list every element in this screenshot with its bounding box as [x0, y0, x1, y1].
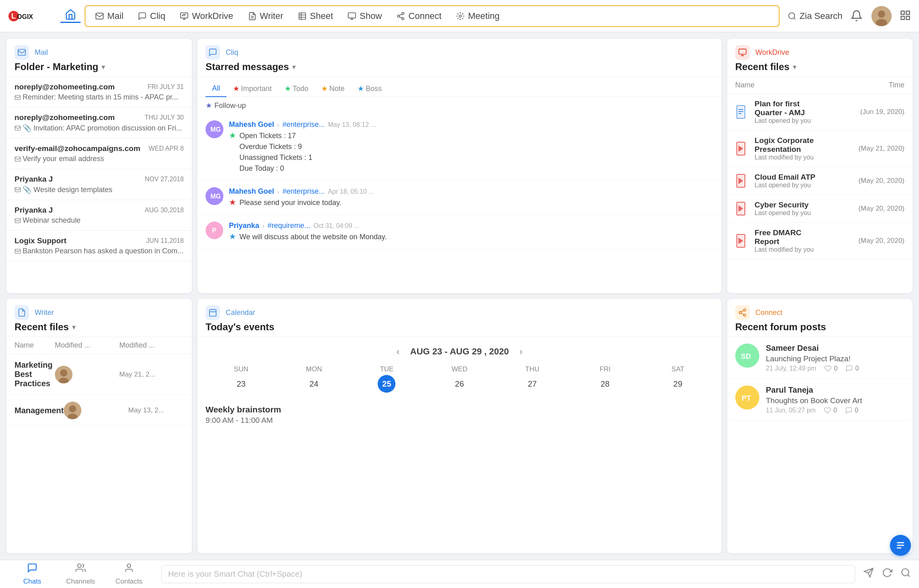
nav-app-meeting[interactable]: Meeting — [449, 8, 506, 25]
svg-text:PT: PT — [742, 394, 751, 402]
apps-grid-icon[interactable] — [900, 10, 911, 23]
cliq-title-chevron: ▾ — [292, 63, 295, 71]
nav-app-connect[interactable]: Connect — [390, 8, 448, 25]
svg-point-60 — [744, 309, 746, 311]
svg-point-54 — [69, 405, 76, 412]
svg-rect-37 — [739, 49, 746, 54]
cliq-message-item[interactable]: MG Mahesh Goel › #enterprise... Apr 18, … — [198, 181, 721, 215]
calendar-day-sat[interactable]: SAT 29 — [642, 365, 713, 393]
cliq-panel-header: Cliq Starred messages ▾ — [198, 39, 721, 77]
cliq-filter-followup[interactable]: ★ Follow-up — [198, 97, 721, 114]
svg-text:MG: MG — [210, 193, 221, 200]
svg-text:SD: SD — [741, 352, 751, 360]
notification-bell[interactable] — [850, 10, 863, 23]
mail-item[interactable]: Logix Support JUN 11,2018 Bankston Pears… — [6, 231, 192, 261]
home-nav-item[interactable] — [60, 9, 81, 23]
svg-line-76 — [908, 575, 910, 577]
zia-search[interactable]: Zia Search — [788, 11, 842, 21]
workdrive-file-item[interactable]: Cyber SecurityLast opened by you (May 20… — [727, 195, 913, 223]
workdrive-file-item[interactable]: Plan for first Quarter - AMJLast opened … — [727, 94, 913, 130]
svg-rect-8 — [348, 12, 356, 18]
cliq-panel-title[interactable]: Starred messages ▾ — [206, 61, 713, 72]
cliq-tab-todo[interactable]: ★ Todo — [278, 81, 315, 97]
svg-line-13 — [399, 14, 402, 15]
contacts-icon — [124, 563, 134, 576]
top-navigation: L OGIX Mail Cliq — [0, 0, 919, 32]
mail-panel-header: Mail Folder - Marketing ▾ — [6, 39, 192, 77]
file-modifier-avatar — [64, 402, 81, 419]
calendar-event-item[interactable]: Weekly brainstorm 9:00 AM - 11:00 AM — [198, 400, 721, 430]
mail-item[interactable]: Priyanka J AUG 30,2018 Webinar schedule — [6, 200, 192, 231]
mail-app-label: Mail — [35, 48, 48, 57]
svg-rect-26 — [15, 126, 20, 130]
cliq-message-item[interactable]: MG Mahesh Goel › #enterprise... May 13, … — [198, 114, 721, 181]
nav-app-sheet[interactable]: Sheet — [291, 8, 340, 25]
nav-app-mail[interactable]: Mail — [89, 8, 130, 25]
calendar-app-label: Calendar — [226, 308, 255, 317]
nav-app-show[interactable]: Show — [341, 8, 388, 25]
post-author-avatar: SD — [735, 344, 759, 368]
writer-panel: Writer Recent files ▾ Name Modified ... … — [6, 299, 192, 553]
user-avatar[interactable] — [871, 6, 892, 26]
calendar-day-wed[interactable]: WED 26 — [424, 365, 495, 393]
cliq-message-item[interactable]: P Priyanka › #requireme... Oct 31, 04:09… — [198, 215, 721, 249]
search-bottom-icon[interactable] — [900, 567, 911, 581]
apps-navigation-bar: Mail Cliq WorkDrive — [85, 5, 780, 27]
workdrive-file-item[interactable]: Free DMARC ReportLast modified by you (M… — [727, 223, 913, 259]
writer-app-icon-wrap — [15, 305, 29, 320]
bottom-tab-chats[interactable]: Chats — [8, 559, 56, 588]
svg-point-62 — [744, 314, 746, 317]
svg-point-61 — [739, 311, 742, 314]
calendar-day-thu[interactable]: THU 27 — [497, 365, 568, 393]
refresh-icon[interactable] — [882, 567, 892, 581]
connect-post-item[interactable]: SD Sameer Desai Launching Project Plaza!… — [727, 337, 913, 379]
calendar-panel: Calendar Today's events ‹ AUG 23 - AUG 2… — [198, 299, 721, 553]
cliq-panel: Cliq Starred messages ▾ All ★ Important … — [198, 39, 721, 293]
svg-line-16 — [794, 18, 795, 19]
svg-rect-25 — [15, 95, 20, 99]
bottom-tab-contacts[interactable]: Contacts — [105, 559, 153, 588]
sender-avatar: MG — [206, 187, 223, 205]
message-forward-icon[interactable] — [863, 567, 874, 581]
connect-post-item[interactable]: PT Parul Taneja Thoughts on Book Cover A… — [727, 379, 913, 421]
nav-app-writer[interactable]: Writer — [241, 8, 290, 25]
writer-panel-header: Writer Recent files ▾ — [6, 299, 192, 337]
bottom-tab-channels[interactable]: Channels — [56, 559, 105, 588]
mail-item[interactable]: noreply@zohomeeting.com FRI JULY 31 Remi… — [6, 77, 192, 108]
cliq-tab-note[interactable]: ★ Note — [315, 81, 351, 97]
svg-rect-30 — [15, 249, 20, 253]
svg-text:MG: MG — [210, 126, 221, 133]
cliq-tab-boss[interactable]: ★ Boss — [351, 81, 388, 97]
calendar-prev-button[interactable]: ‹ — [393, 344, 404, 359]
mail-item[interactable]: noreply@zohomeeting.com THU JULY 30 📎 In… — [6, 108, 192, 139]
workdrive-panel-header: WorkDrive Recent files ▾ — [727, 39, 913, 77]
cliq-tab-all[interactable]: All — [206, 81, 227, 97]
nav-app-workdrive[interactable]: WorkDrive — [173, 8, 239, 25]
workdrive-panel-title[interactable]: Recent files ▾ — [735, 61, 904, 72]
workdrive-file-item[interactable]: Logix Corporate PresentationLast modifie… — [727, 130, 913, 167]
calendar-day-mon[interactable]: MON 24 — [279, 365, 350, 393]
connect-panel-title: Recent forum posts — [735, 321, 904, 333]
writer-panel-title[interactable]: Recent files ▾ — [15, 321, 184, 333]
calendar-next-button[interactable]: › — [515, 344, 526, 359]
writer-file-item[interactable]: Marketing Best Practices May 21, 2... — [6, 354, 192, 395]
mail-panel-title[interactable]: Folder - Marketing ▾ — [15, 61, 184, 72]
logo[interactable]: L OGIX — [8, 8, 48, 24]
floating-chat-button[interactable] — [890, 535, 911, 553]
calendar-panel-title: Today's events — [206, 321, 713, 333]
svg-point-72 — [77, 564, 81, 567]
cliq-app-icon-wrap — [206, 45, 220, 60]
calendar-day-sun[interactable]: SUN 23 — [206, 365, 277, 393]
mail-list: noreply@zohomeeting.com FRI JULY 31 Remi… — [6, 77, 192, 293]
cliq-tab-important[interactable]: ★ Important — [227, 81, 278, 97]
mail-item[interactable]: Priyanka J NOV 27,2018 📎 Wesite design t… — [6, 169, 192, 200]
nav-app-cliq[interactable]: Cliq — [131, 8, 172, 25]
bottom-right-icons — [863, 567, 911, 581]
calendar-day-fri[interactable]: FRI 28 — [570, 365, 641, 393]
writer-file-item[interactable]: Management May 13, 2... — [6, 395, 192, 426]
mail-item[interactable]: verify-email@zohocampaigns.com WED APR 8… — [6, 139, 192, 169]
calendar-day-tue[interactable]: TUE 25 — [351, 365, 422, 393]
workdrive-panel: WorkDrive Recent files ▾ Name Time — [727, 39, 913, 293]
smart-chat-input[interactable]: Here is your Smart Chat (Ctrl+Space) — [161, 565, 855, 583]
workdrive-file-item[interactable]: Cloud Email ATPLast opened by you (May 2… — [727, 167, 913, 195]
